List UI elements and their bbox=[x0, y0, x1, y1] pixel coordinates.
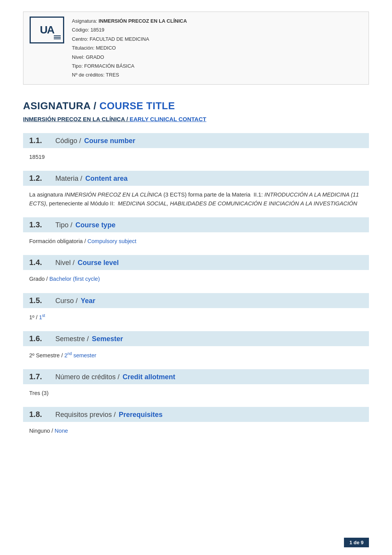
header-nivel: Nivel: GRADO bbox=[72, 53, 187, 62]
section-1-8-content: Ninguno / None bbox=[23, 427, 369, 445]
university-logo: UA bbox=[30, 17, 64, 43]
header-centro: Centro: FACULTAD DE MEDICINA bbox=[72, 35, 187, 43]
section-1-4-header: 1.4. Nivel / Course level bbox=[23, 255, 369, 270]
section-1-3-text: Formación obligatoria / Compulsory subje… bbox=[29, 237, 363, 246]
section-1-7-content: Tres (3) bbox=[23, 389, 369, 407]
header-block: UA Asignatura: INMERSIÓN PRECOZ EN LA CL… bbox=[23, 12, 369, 85]
header-info: Asignatura: INMERSIÓN PRECOZ EN LA CLÍNI… bbox=[72, 17, 187, 80]
section-1-7-header: 1.7. Número de créditos / Credit allotme… bbox=[23, 369, 369, 384]
section-1-6-header: 1.6. Semestre / Semester bbox=[23, 331, 369, 346]
page-footer: 1 de 9 bbox=[344, 538, 369, 547]
section-1-1-title-es: Código / bbox=[55, 137, 81, 145]
main-title: ASIGNATURA / COURSE TITLE bbox=[23, 100, 369, 112]
subtitle-en: EARLY CLINICAL CONTACT bbox=[130, 116, 206, 122]
header-tipo: Tipo: FORMACIÓN BÁSICA bbox=[72, 62, 187, 70]
section-1-4-title-es: Nivel / bbox=[55, 259, 75, 267]
section-1-3-title-en: Course type bbox=[75, 221, 115, 229]
section-1-1-title-en: Course number bbox=[84, 137, 135, 145]
section-1-1-value: 18519 bbox=[29, 153, 363, 162]
section-1-2-text: La asignatura INMERSIÓN PRECOZ EN LA CLÍ… bbox=[29, 190, 363, 208]
section-1-6-num: 1.6. bbox=[29, 334, 52, 343]
section-1-4-title-en: Course level bbox=[78, 259, 119, 267]
section-1-6-content: 2º Semestre / 2nd semester bbox=[23, 351, 369, 369]
section-1-7-title-es: Número de créditos / bbox=[55, 373, 120, 381]
section-1-6-title-es: Semestre / bbox=[55, 335, 89, 343]
section-1-7-num: 1.7. bbox=[29, 372, 52, 381]
section-1-3-header: 1.3. Tipo / Course type bbox=[23, 217, 369, 232]
section-1-5-title-en: Year bbox=[81, 297, 95, 305]
section-1-1-num: 1.1. bbox=[29, 136, 52, 145]
subtitle-es: INMERSIÓN PRECOZ EN LA CLÍNICA / bbox=[23, 116, 128, 122]
section-1-5-text: 1º / 1st bbox=[29, 313, 363, 322]
section-1-7-title-en: Credit allotment bbox=[123, 373, 175, 381]
section-1-4-text: Grado / Bachelor (first cycle) bbox=[29, 275, 363, 283]
section-1-7-value: Tres (3) bbox=[29, 389, 363, 398]
page: UA Asignatura: INMERSIÓN PRECOZ EN LA CL… bbox=[0, 0, 392, 475]
section-1-5-title-es: Curso / bbox=[55, 297, 78, 305]
page-number: 1 de 9 bbox=[349, 540, 364, 545]
section-1-3-title-es: Tipo / bbox=[55, 221, 72, 229]
section-1-2-title-en: Content area bbox=[85, 175, 128, 183]
section-1-8-header: 1.8. Requisitos previos / Prerequisites bbox=[23, 407, 369, 422]
section-1-8-text: Ninguno / None bbox=[29, 427, 363, 435]
section-1-2-title-es: Materia / bbox=[55, 175, 82, 183]
section-1-2-header: 1.2. Materia / Content area bbox=[23, 171, 369, 186]
logo-letters: UA bbox=[40, 25, 54, 35]
section-1-5-content: 1º / 1st bbox=[23, 313, 369, 331]
section-1-4-content: Grado / Bachelor (first cycle) bbox=[23, 275, 369, 293]
section-1-8-num: 1.8. bbox=[29, 410, 52, 419]
logo-decoration bbox=[54, 35, 61, 39]
header-creditos: Nº de créditos: TRES bbox=[72, 70, 187, 79]
course-subtitle: INMERSIÓN PRECOZ EN LA CLÍNICA / EARLY C… bbox=[23, 116, 369, 122]
section-1-1-header: 1.1. Código / Course number bbox=[23, 133, 369, 148]
section-1-4-num: 1.4. bbox=[29, 258, 52, 267]
section-1-2-content: La asignatura INMERSIÓN PRECOZ EN LA CLÍ… bbox=[23, 190, 369, 217]
section-1-8-title-es: Requisitos previos / bbox=[55, 411, 116, 419]
section-1-3-content: Formación obligatoria / Compulsory subje… bbox=[23, 237, 369, 255]
section-1-3-num: 1.3. bbox=[29, 220, 52, 229]
main-title-en: COURSE TITLE bbox=[100, 100, 175, 112]
main-title-es: ASIGNATURA / bbox=[23, 100, 96, 112]
section-1-6-text: 2º Semestre / 2nd semester bbox=[29, 351, 363, 360]
section-1-5-header: 1.5. Curso / Year bbox=[23, 293, 369, 308]
header-titulacion: Titulación: MEDICO bbox=[72, 43, 187, 52]
header-codigo: Código: 18519 bbox=[72, 25, 187, 34]
section-1-1-content: 18519 bbox=[23, 153, 369, 171]
header-asignatura: Asignatura: INMERSIÓN PRECOZ EN LA CLÍNI… bbox=[72, 17, 187, 25]
section-1-6-title-en: Semester bbox=[92, 335, 123, 343]
section-1-8-title-en: Prerequisites bbox=[119, 411, 163, 419]
section-1-2-num: 1.2. bbox=[29, 174, 52, 183]
section-1-5-num: 1.5. bbox=[29, 296, 52, 305]
